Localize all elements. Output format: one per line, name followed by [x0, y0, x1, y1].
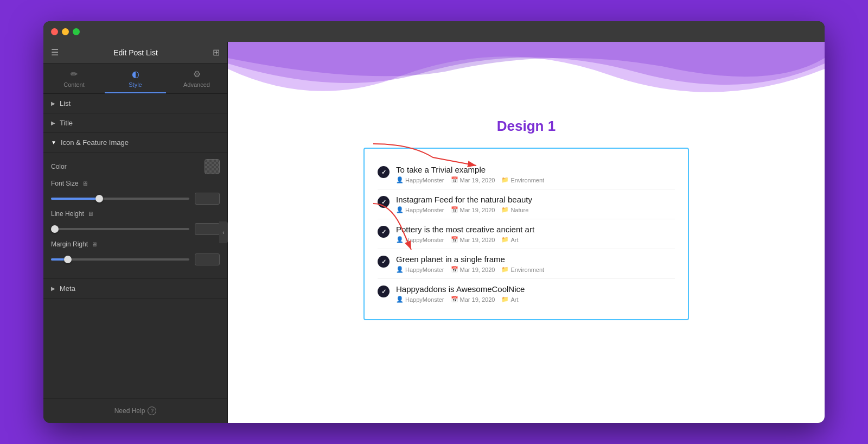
post-info: Pottery is the most creative ancient art…	[396, 225, 534, 243]
traffic-lights	[51, 28, 80, 35]
need-help-button[interactable]: Need Help ?	[51, 407, 220, 415]
font-size-slider-fill	[51, 198, 99, 200]
list-arrow-icon: ▶	[51, 100, 55, 106]
calendar-icon: 📅	[451, 176, 458, 183]
post-meta: 👤HappyMonster 📅Mar 19, 2020 📁Environment	[396, 266, 544, 273]
icon-feature-arrow-icon: ▼	[51, 139, 56, 145]
post-info: Happyaddons is AwesomeCoolNice 👤HappyMon…	[396, 284, 525, 303]
margin-right-slider-thumb[interactable]	[64, 256, 72, 263]
post-meta: 👤HappyMonster 📅Mar 19, 2020 📁Environment	[396, 176, 544, 183]
post-category: 📁Nature	[501, 206, 528, 213]
sidebar-header: ☰ Edit Post List ⊞	[43, 42, 227, 64]
line-height-label: Line Height 🖥	[51, 210, 93, 218]
margin-right-monitor-icon: 🖥	[91, 241, 97, 248]
main-area: ☰ Edit Post List ⊞ ✏ Content ◐ Style ⚙ A…	[43, 42, 825, 423]
minimize-button[interactable]	[62, 28, 69, 35]
close-button[interactable]	[51, 28, 58, 35]
folder-icon: 📁	[501, 236, 509, 243]
post-info: Instagram Feed for the natural beauty 👤H…	[396, 195, 532, 213]
calendar-icon: 📅	[451, 266, 458, 273]
font-size-input[interactable]: 20	[195, 193, 220, 205]
tab-style[interactable]: ◐ Style	[105, 64, 166, 93]
line-height-label-row: Line Height 🖥	[51, 210, 220, 218]
margin-right-slider-row: 11	[51, 253, 220, 265]
panel-toggle-button[interactable]: ‹	[219, 221, 228, 243]
post-author: 👤HappyMonster	[396, 266, 444, 273]
calendar-icon: 📅	[451, 296, 458, 303]
help-icon: ?	[148, 407, 156, 415]
grid-icon[interactable]: ⊞	[213, 47, 220, 58]
meta-arrow-icon: ▶	[51, 286, 55, 291]
section-list[interactable]: ▶ List	[43, 94, 227, 113]
post-author: 👤HappyMonster	[396, 236, 444, 243]
font-size-row: Font Size 🖥 20	[51, 180, 220, 205]
title-arrow-icon: ▶	[51, 120, 55, 126]
post-title: Pottery is the most creative ancient art	[396, 225, 534, 234]
maximize-button[interactable]	[73, 28, 80, 35]
author-icon: 👤	[396, 266, 404, 273]
margin-right-label: Margin Right 🖥	[51, 240, 97, 248]
check-icon	[378, 256, 390, 268]
style-tab-label: Style	[129, 81, 142, 88]
post-title: Happyaddons is AwesomeCoolNice	[396, 284, 525, 294]
author-icon: 👤	[396, 236, 404, 243]
margin-right-input[interactable]: 11	[195, 253, 220, 265]
color-swatch[interactable]	[205, 159, 220, 174]
section-title[interactable]: ▶ Title	[43, 113, 227, 133]
post-list-widget: To take a Trivial example 👤HappyMonster …	[363, 148, 689, 320]
section-icon-feature[interactable]: ▼ Icon & Feature Image	[43, 133, 227, 153]
post-item: Pottery is the most creative ancient art…	[378, 219, 675, 249]
line-height-slider-track[interactable]	[51, 228, 189, 230]
post-date: 📅Mar 19, 2020	[451, 266, 495, 273]
font-size-monitor-icon: 🖥	[82, 180, 88, 187]
font-size-slider-track[interactable]	[51, 198, 189, 200]
color-field-row: Color	[51, 159, 220, 174]
post-category: 📁Art	[501, 236, 518, 243]
sidebar-tabs: ✏ Content ◐ Style ⚙ Advanced	[43, 64, 227, 94]
icon-feature-body: Color Font Size 🖥	[43, 153, 227, 279]
line-height-row: Line Height 🖥	[51, 210, 220, 235]
tab-content[interactable]: ✏ Content	[43, 64, 105, 93]
design-title: Design 1	[497, 118, 556, 135]
line-height-slider-row	[51, 223, 220, 235]
font-size-label-row: Font Size 🖥	[51, 180, 220, 187]
post-item: Green planet in a single frame 👤HappyMon…	[378, 249, 675, 279]
post-date: 📅Mar 19, 2020	[451, 206, 495, 213]
font-size-slider-thumb[interactable]	[95, 195, 103, 202]
section-title-label: Title	[60, 119, 73, 127]
post-info: Green planet in a single frame 👤HappyMon…	[396, 255, 544, 273]
post-author: 👤HappyMonster	[396, 296, 444, 303]
margin-right-slider-fill	[51, 258, 65, 261]
check-icon	[378, 226, 390, 238]
sidebar-footer: Need Help ?	[43, 398, 227, 423]
post-meta: 👤HappyMonster 📅Mar 19, 2020 📁Nature	[396, 206, 532, 213]
app-window: ☰ Edit Post List ⊞ ✏ Content ◐ Style ⚙ A…	[43, 21, 825, 423]
sidebar: ☰ Edit Post List ⊞ ✏ Content ◐ Style ⚙ A…	[43, 42, 228, 423]
calendar-icon: 📅	[451, 206, 458, 213]
line-height-monitor-icon: 🖥	[87, 211, 93, 217]
advanced-tab-label: Advanced	[183, 81, 210, 88]
content-inner: Design 1 To take a Trivial example 👤Happ…	[228, 42, 825, 342]
check-icon	[378, 166, 390, 178]
section-list-label: List	[60, 99, 71, 107]
post-author: 👤HappyMonster	[396, 206, 444, 213]
tab-advanced[interactable]: ⚙ Advanced	[166, 64, 227, 93]
content-tab-icon: ✏	[71, 69, 78, 79]
hamburger-icon[interactable]: ☰	[51, 47, 59, 58]
section-meta[interactable]: ▶ Meta	[43, 279, 227, 299]
margin-right-row: Margin Right 🖥 11	[51, 240, 220, 265]
titlebar	[43, 21, 825, 42]
margin-right-slider-track[interactable]	[51, 258, 189, 261]
calendar-icon: 📅	[451, 236, 458, 243]
post-info: To take a Trivial example 👤HappyMonster …	[396, 165, 544, 183]
font-size-slider-row: 20	[51, 193, 220, 205]
check-icon	[378, 196, 390, 208]
section-meta-label: Meta	[60, 284, 75, 293]
line-height-input[interactable]	[195, 223, 220, 235]
margin-right-label-row: Margin Right 🖥	[51, 240, 220, 248]
line-height-slider-thumb[interactable]	[51, 225, 59, 233]
sidebar-content: ▶ List ▶ Title ▼ Icon & Feature Image Co…	[43, 94, 227, 398]
post-date: 📅Mar 19, 2020	[451, 236, 495, 243]
folder-icon: 📁	[501, 206, 509, 213]
author-icon: 👤	[396, 206, 404, 213]
